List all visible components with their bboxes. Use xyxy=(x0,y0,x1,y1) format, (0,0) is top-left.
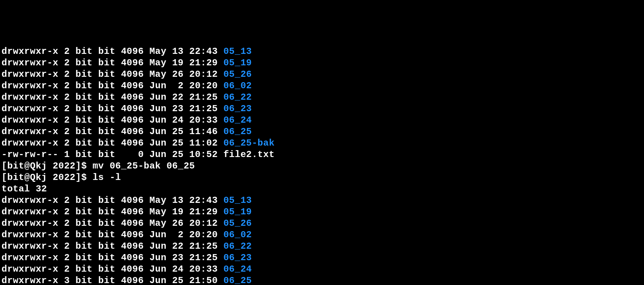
ls-row: drwxrwxr-x 2 bit bit 4096 May 26 20:12 0… xyxy=(2,218,642,229)
directory-name: 06_24 xyxy=(223,264,252,274)
directory-name: 06_22 xyxy=(223,92,252,102)
directory-name: 06_02 xyxy=(223,230,252,240)
prompt-line: [bit@Qkj 2022]$ mv 06_25-bak 06_25 xyxy=(2,160,642,172)
ls-row: drwxrwxr-x 2 bit bit 4096 Jun 25 11:02 0… xyxy=(2,138,642,149)
directory-name: 06_25 xyxy=(223,275,252,285)
directory-name: 06_22 xyxy=(223,241,252,251)
terminal-output[interactable]: drwxrwxr-x 2 bit bit 4096 May 13 22:43 0… xyxy=(0,46,644,285)
prompt-prefix: [bit@Qkj 2022]$ xyxy=(2,172,92,183)
directory-name: 05_19 xyxy=(223,207,252,217)
ls-row: drwxrwxr-x 2 bit bit 4096 May 13 22:43 0… xyxy=(2,46,642,57)
directory-name: 05_19 xyxy=(223,58,252,68)
ls-row: drwxrwxr-x 2 bit bit 4096 May 13 22:43 0… xyxy=(2,195,642,206)
directory-name: 06_25 xyxy=(223,126,252,137)
directory-name: 06_23 xyxy=(223,104,252,114)
file-name: file2.txt xyxy=(223,149,274,160)
directory-name: 06_24 xyxy=(223,115,252,125)
ls-row: drwxrwxr-x 2 bit bit 4096 Jun 22 21:25 0… xyxy=(2,241,642,252)
ls-row: drwxrwxr-x 2 bit bit 4096 May 19 21:29 0… xyxy=(2,57,642,69)
directory-name: 05_26 xyxy=(223,69,252,79)
ls-row: drwxrwxr-x 2 bit bit 4096 Jun 2 20:20 06… xyxy=(2,80,642,92)
command-text: ls -l xyxy=(92,172,121,183)
ls-row: drwxrwxr-x 2 bit bit 4096 Jun 25 11:46 0… xyxy=(2,126,642,138)
directory-name: 05_26 xyxy=(223,218,252,228)
ls-row: drwxrwxr-x 2 bit bit 4096 Jun 23 21:25 0… xyxy=(2,252,642,264)
ls-row: drwxrwxr-x 2 bit bit 4096 Jun 23 21:25 0… xyxy=(2,103,642,115)
ls-row: drwxrwxr-x 3 bit bit 4096 Jun 25 21:50 0… xyxy=(2,275,642,285)
directory-name: 06_25-bak xyxy=(223,138,274,148)
ls-row: drwxrwxr-x 2 bit bit 4096 Jun 24 20:33 0… xyxy=(2,264,642,275)
directory-name: 05_13 xyxy=(223,46,252,57)
command-text: mv 06_25-bak 06_25 xyxy=(92,161,195,171)
directory-name: 06_02 xyxy=(223,81,252,91)
ls-row: drwxrwxr-x 2 bit bit 4096 Jun 2 20:20 06… xyxy=(2,229,642,241)
prompt-prefix: [bit@Qkj 2022]$ xyxy=(2,161,92,171)
total-line: total 32 xyxy=(2,183,642,195)
prompt-line: [bit@Qkj 2022]$ ls -l xyxy=(2,172,642,183)
ls-row: drwxrwxr-x 2 bit bit 4096 Jun 24 20:33 0… xyxy=(2,115,642,126)
directory-name: 05_13 xyxy=(223,195,252,206)
ls-row: drwxrwxr-x 2 bit bit 4096 May 26 20:12 0… xyxy=(2,69,642,80)
directory-name: 06_23 xyxy=(223,253,252,263)
ls-row: drwxrwxr-x 2 bit bit 4096 May 19 21:29 0… xyxy=(2,206,642,218)
ls-row: -rw-rw-r-- 1 bit bit 0 Jun 25 10:52 file… xyxy=(2,149,642,160)
ls-row: drwxrwxr-x 2 bit bit 4096 Jun 22 21:25 0… xyxy=(2,92,642,103)
